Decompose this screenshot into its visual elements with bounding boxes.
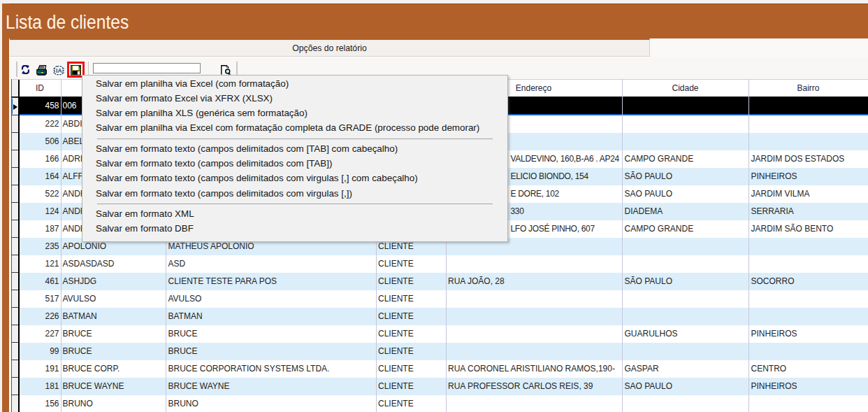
svg-text:IA: IA bbox=[56, 67, 62, 74]
